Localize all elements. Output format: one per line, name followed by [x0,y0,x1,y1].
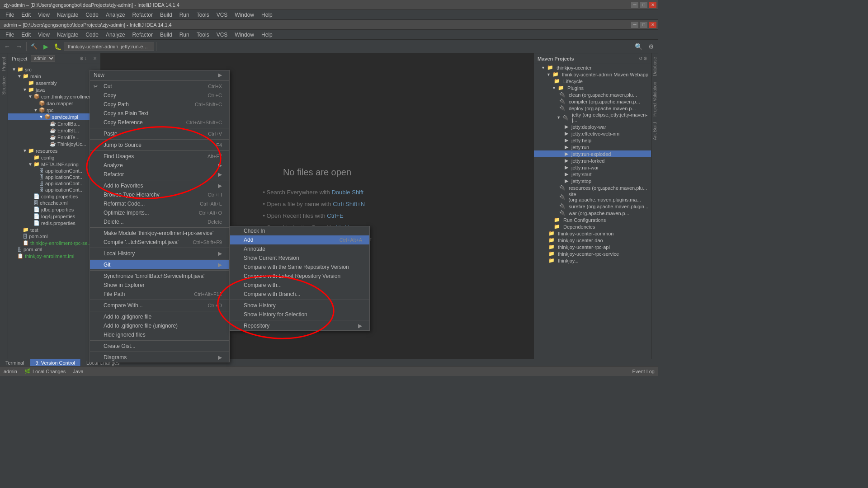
ctx-copy-plain-text[interactable]: Copy as Plain Text [90,109,229,118]
maven-item-effective-web[interactable]: ▶jetty:effective-web-xml [534,130,651,137]
maven-item-deploy[interactable]: 🔌deploy (org.apache.maven.p... [534,105,651,112]
terminal-tab[interactable]: Terminal [0,359,30,366]
git-compare-branch[interactable]: Compare with Branch... [230,290,369,299]
maven-item-compiler[interactable]: 🔌compiler (org.apache.maven.p... [534,98,651,105]
menu-navigate-1[interactable]: Navigate [53,11,82,19]
maven-item-ucenter[interactable]: ▼📁thinkjoy-ucenter [534,64,651,71]
git-show-current[interactable]: Show Current Revision [230,253,369,263]
project-strip-label[interactable]: Project [1,57,6,71]
maven-item-dependencies[interactable]: 📁Dependencies [534,223,651,230]
maven-item-surefire[interactable]: 🔌surefire (org.apache.maven.plugin... [534,203,651,210]
ctx-local-history[interactable]: Local History ▶ [90,249,229,258]
ctx-diagrams[interactable]: Diagrams ▶ [90,353,229,362]
ctx-add-gitignore-unignore[interactable]: Add to .gitignore file (unignore) [90,321,229,330]
maven-item-site[interactable]: 🔌site (org.apache.maven.plugins:ma... [534,191,651,203]
double-shift-link[interactable]: Double Shift [331,189,363,196]
panel-sync-btn[interactable]: ↕ [85,56,87,61]
tree-item-enrollst[interactable]: ☕EnrollSt... [8,127,100,134]
maven-item-clean[interactable]: 🔌clean (org.apache.maven.plu... [534,91,651,98]
ctx-reformat[interactable]: Reformat Code... Ctrl+Alt+L [90,199,229,208]
git-checkin[interactable]: Check In [230,226,369,235]
tree-item-resources[interactable]: ▼📁resources [8,147,100,154]
tree-item-src[interactable]: ▼📁src [8,66,100,73]
tree-item-configprops[interactable]: 📄config.properties [8,193,100,200]
tree-item-log4j[interactable]: 📄log4j.properties [8,213,100,220]
maven-item-start[interactable]: ▶jetty:start [534,171,651,178]
tree-item-appctx3[interactable]: 🗄applicationCont... [8,180,100,187]
panel-hide-btn[interactable]: ✕ [93,56,97,61]
maven-item-ucenter-dao[interactable]: 📁thinkjoy-ucenter-dao [534,237,651,244]
menu-edit-2[interactable]: Edit [18,31,34,39]
menu-view-1[interactable]: View [34,11,53,19]
database-strip-label[interactable]: Database [652,57,657,76]
tree-item-service[interactable]: ▼📦service.impl [8,113,100,120]
version-control-tab[interactable]: 9: Version Control [30,359,81,366]
git-compare-with[interactable]: Compare with... [230,281,369,290]
tree-item-appctx1[interactable]: 🗄applicationCont... [8,168,100,174]
menu-analyze-2[interactable]: Analyze [102,31,129,39]
tree-item-appctx4[interactable]: 🗄applicationCont... [8,187,100,193]
maven-item-run-forked[interactable]: ▶jetty:run-forked [534,157,651,164]
maven-item-ucenter-rpc-svc[interactable]: 📁thinkjoy-ucenter-rpc-service [534,250,651,257]
tree-item-enrollment[interactable]: ▼📦com.thinkjoy.enrollment [8,93,100,100]
maximize-btn-2[interactable]: □ [640,22,647,28]
ctx-show-explorer[interactable]: Show in Explorer [90,281,229,290]
tree-item-java[interactable]: ▼📁java [8,86,100,93]
maven-item-run-war[interactable]: ▶jetty:run-war [534,164,651,171]
ctx-create-gist[interactable]: Create Gist... [90,342,229,351]
git-show-history[interactable]: Show History [230,301,369,310]
tree-item-meta[interactable]: ▼📁META-INF.spring [8,161,100,168]
ctx-optimize[interactable]: Optimize Imports... Ctrl+Alt+O [90,208,229,217]
maven-item-run-exploded[interactable]: ▶jetty:run-exploded [534,150,651,157]
maven-settings-btn[interactable]: ⚙ [643,56,647,61]
ctx-compare-with[interactable]: Compare With... Ctrl+D [90,301,229,310]
menu-refactor-1[interactable]: Refactor [129,11,156,19]
menu-help-1[interactable]: Help [258,11,276,19]
close-btn-2[interactable]: ✕ [649,22,656,28]
menu-vcs-1[interactable]: VCS [213,11,231,19]
maximize-btn-1[interactable]: □ [640,2,647,8]
toolbar-settings-btn[interactable]: ⚙ [646,41,656,52]
ctx-cut[interactable]: ✂Cut Ctrl+X [90,82,229,91]
menu-file-1[interactable]: File [2,11,18,19]
menu-window-1[interactable]: Window [231,11,258,19]
git-compare-latest[interactable]: Compare with Latest Repository Version [230,272,369,281]
ctx-delete[interactable]: Delete... Delete [90,217,229,226]
git-repository[interactable]: Repository ▶ [230,321,369,330]
ctx-file-path[interactable]: File Path Ctrl+Alt+F12 [90,290,229,299]
menu-navigate-2[interactable]: Navigate [53,31,82,39]
git-show-history-selection[interactable]: Show History for Selection [230,310,369,319]
toolbar-run-config[interactable]: thinkjoy-ucenter-admin [jetty:run-explod… [64,42,154,51]
git-annotate[interactable]: Annotate [230,244,369,253]
ctx-add-favorites[interactable]: Add to Favorites ▶ [90,181,229,190]
tree-item-ehcache[interactable]: 🗄ehcache.xml [8,200,100,206]
menu-analyze-1[interactable]: Analyze [102,11,129,19]
menu-edit-1[interactable]: Edit [18,11,34,19]
ctx-make-module[interactable]: Make Module 'thinkjoy-enrollment-rpc-ser… [90,229,229,238]
tree-item-enrollment-module[interactable]: 📋thinkjoy-enrollment-rpc-se... [8,239,100,246]
maven-item-ucenter-common[interactable]: 📁thinkjoy-ucenter-common [534,230,651,237]
ctx-compile[interactable]: Compile '...tchServiceImpl.java' Ctrl+Sh… [90,238,229,247]
ctx-paste[interactable]: Paste Ctrl+V [90,129,229,138]
ctx-jump-source[interactable]: Jump to Source F4 [90,141,229,150]
ctx-new[interactable]: New ▶ [90,70,229,80]
ctx-copy[interactable]: Copy Ctrl+C [90,91,229,100]
maven-item-thinkjoy-more[interactable]: 📁thinkjoy... [534,257,651,264]
tree-item-iml[interactable]: 📋thinkjoy-enrollment.iml [8,253,100,259]
menu-build-2[interactable]: Build [156,31,176,39]
toolbar-search-btn[interactable]: 🔍 [633,41,644,52]
menu-refactor-2[interactable]: Refactor [129,31,156,39]
status-local-changes[interactable]: 🌿 Local Changes [24,368,66,374]
status-java[interactable]: Java [73,369,83,374]
maven-item-admin-webapp[interactable]: ▼📁thinkjoy-ucenter-admin Maven Webapp [534,71,651,78]
menu-build-1[interactable]: Build [156,11,176,19]
structure-strip-label[interactable]: Structure [1,76,6,95]
ctx-git[interactable]: Git ▶ [90,260,229,269]
toolbar-forward-btn[interactable]: → [14,41,24,52]
git-compare-same[interactable]: Compare with the Same Repository Version [230,263,369,272]
tree-item-jdbc[interactable]: 📄jdbc.properties [8,206,100,213]
ctx-hide-ignored[interactable]: Hide ignored files [90,330,229,339]
ctx-refactor[interactable]: Refactor ▶ [90,170,229,179]
maven-item-jetty[interactable]: ▼🔌jetty (org.eclipse.jetty:jetty-maven-j… [534,112,651,123]
tree-item-redis[interactable]: 📄redis.properties [8,220,100,226]
